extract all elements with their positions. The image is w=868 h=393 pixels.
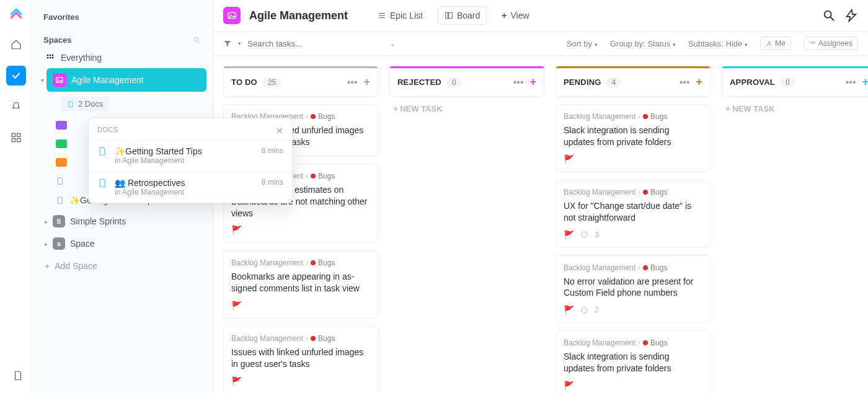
card-location: Backlog Management [564,188,636,196]
popover-doc-row[interactable]: 👥 Retrospectives in Agile Management 8 m… [89,171,292,203]
tab-board[interactable]: Board [438,6,487,25]
task-card[interactable]: Backlog Management › Bugs Issues with li… [223,326,378,393]
task-card[interactable]: Backlog Management › Bugs Slack integrat… [556,104,711,172]
sidebar-item-everything[interactable]: Everything [38,47,206,68]
more-icon[interactable]: ••• [347,77,358,88]
add-space-label: Add Space [55,261,97,271]
tasks-icon[interactable] [6,66,26,86]
group-by-dropdown[interactable]: Group by: Status ▾ [610,39,676,48]
svg-point-18 [768,41,771,43]
space-icon [223,7,241,24]
add-task-button[interactable]: + [696,76,702,89]
icon-rail [0,0,32,393]
page-title: Agile Management [249,9,348,22]
search-input[interactable] [247,39,334,48]
folder-icon [56,158,67,167]
sidebar-item-space[interactable]: ▸ s Space [38,232,206,255]
more-icon[interactable]: ••• [846,77,856,88]
assignees-button[interactable]: Assignees [804,37,858,50]
space-badge: S [53,215,65,227]
column-title: APPROVAL [730,77,775,87]
close-icon[interactable]: ✕ [276,126,284,136]
docs-pill[interactable]: 2 Docs [61,97,109,111]
svg-point-9 [50,57,51,59]
apps-icon[interactable] [6,128,26,148]
add-view-button[interactable]: + View [495,7,535,24]
chevron-down-icon[interactable]: ⌄ [390,40,395,47]
bolt-icon[interactable] [844,9,858,22]
status-dot-icon [643,265,648,270]
card-title: Bookmarks are appearing in as-signed com… [231,271,370,294]
popover-doc-title: 👥 Retrospectives [115,178,255,188]
main-area: Agile Management Epic List Board + View … [213,0,868,393]
doc-icon [56,196,64,205]
more-icon[interactable]: ••• [513,77,524,88]
svg-point-7 [52,55,54,56]
task-card[interactable]: Backlog Management › Bugs Bookmarks are … [223,250,378,319]
svg-point-12 [58,79,59,80]
add-task-button[interactable]: + [529,76,536,89]
svg-point-19 [810,42,812,43]
add-task-button[interactable]: + [363,76,370,89]
add-task-button[interactable]: + [862,76,868,89]
status-dot-icon [643,340,648,345]
svg-point-4 [194,37,198,42]
subtask-icon [580,231,588,239]
board-column-pending: PENDING 4 ••• + Backlog Management › Bug… [556,66,711,393]
task-card[interactable]: Backlog Management › Bugs Slack integrat… [556,330,711,393]
sidebar-item-simple-sprints[interactable]: ▸ S Simple Sprints [38,210,206,232]
card-location: Backlog Management [231,258,303,267]
search-box[interactable] [247,39,384,48]
plus-icon: + [502,11,507,20]
task-card[interactable]: Backlog Management › Bugs No error valid… [556,255,711,324]
search-icon[interactable] [822,9,836,22]
subtask-icon [580,306,588,314]
column-count: 0 [780,77,795,87]
svg-point-8 [47,57,49,59]
doc-icon[interactable] [8,366,28,386]
notifications-icon[interactable] [6,97,26,117]
flag-icon: 🚩 [231,376,242,386]
tab-epic-list[interactable]: Epic List [371,7,429,24]
card-title: No error validation are present for Cust… [564,276,702,299]
column-count: 0 [446,77,462,87]
flag-icon: 🚩 [564,305,574,315]
popover-doc-sub: in Agile Management [115,188,255,196]
card-title: UX for "Change start/due date" is not st… [564,200,702,224]
sort-by-dropdown[interactable]: Sort by ▾ [567,39,598,48]
filter-icon[interactable] [223,39,232,48]
flag-icon: 🚩 [231,225,242,235]
chevron-down-icon[interactable]: ▾ [238,40,241,46]
home-icon[interactable] [6,35,26,55]
status-dot-icon [311,114,316,119]
card-category: Bugs [318,258,335,267]
card-category: Bugs [650,338,667,347]
tab-label: Board [457,11,480,20]
board-column-rejected: REJECTED 0 ••• + + NEW TASK [389,66,544,121]
svg-rect-2 [12,139,15,142]
more-icon[interactable]: ••• [680,77,690,88]
new-task-button[interactable]: + NEW TASK [722,97,868,121]
card-location: Backlog Management [564,338,636,347]
search-icon[interactable] [193,36,202,45]
column-title: TO DO [231,77,257,87]
svg-point-17 [825,11,831,18]
subtask-count: 3 [595,231,599,239]
task-card[interactable]: Backlog Management › Bugs UX for "Change… [556,180,711,248]
add-space-button[interactable]: + Add Space [38,255,206,277]
me-button[interactable]: Me [760,37,791,50]
chevron-down-icon[interactable]: ▾ [38,77,44,84]
subtasks-dropdown[interactable]: Subtasks: Hide ▾ [688,39,748,48]
column-title: PENDING [564,77,601,87]
popover-doc-title: ✨Getting Started Tips [115,146,255,156]
sidebar-item-label: Everything [61,53,102,63]
chevron-right-icon: ▸ [45,241,48,247]
popover-doc-row[interactable]: ✨Getting Started Tips in Agile Managemen… [89,139,292,171]
svg-rect-3 [17,139,20,142]
sidebar-item-agile[interactable]: Agile Management [46,68,206,92]
card-location: Backlog Management [564,112,636,121]
space-badge: s [53,237,65,250]
flag-icon: 🚩 [564,381,574,391]
new-task-button[interactable]: + NEW TASK [389,97,544,121]
flag-icon: 🚩 [564,154,574,164]
